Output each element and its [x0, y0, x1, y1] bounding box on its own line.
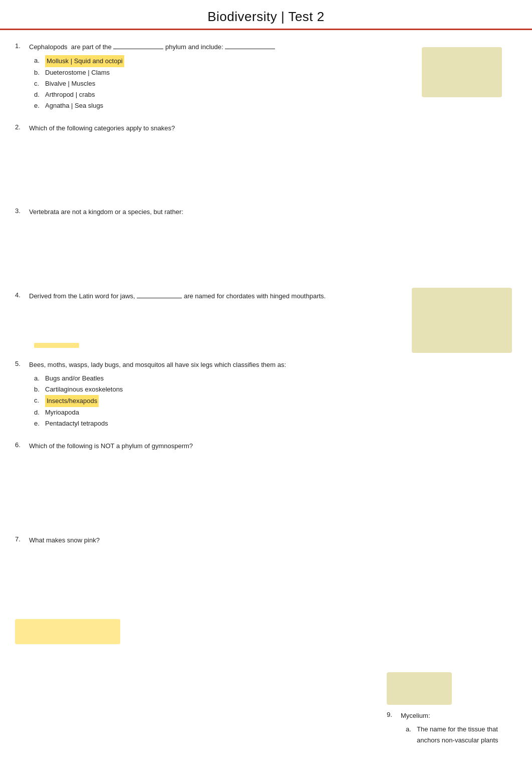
page-title: Biodiversity | Test 2 — [0, 0, 532, 30]
question-7: 7. What makes snow pink? — [15, 535, 397, 608]
right-column — [407, 42, 517, 652]
q9-a-text: The name for the tissue that anchors non… — [417, 724, 517, 746]
q3-answer-space — [15, 219, 397, 279]
q5-answer-b: b. Cartilaginous exoskeletons — [34, 384, 397, 395]
page: Biodiversity | Test 2 1. Cephalopods are… — [0, 0, 532, 780]
q1-text: Cephalopods are part of the phylum and i… — [29, 42, 275, 52]
q7-answer-space — [15, 547, 397, 607]
question-4: 4. Derived from the Latin word for jaws,… — [15, 291, 397, 348]
q5-d-text: Myrioapoda — [45, 407, 79, 418]
q4-answer-space — [15, 303, 397, 343]
q1-a-text: Mollusk | Squid and octopi — [45, 55, 124, 67]
bottom-left-highlight — [15, 619, 120, 644]
q5-c-text: Insects/hexapods — [45, 395, 99, 407]
q5-b-text: Cartilaginous exoskeletons — [45, 384, 123, 395]
q9-text: Mycelium: — [401, 711, 430, 721]
q1-answer-c: c. Bivalve | Muscles — [34, 78, 397, 89]
q5-answer-a: a. Bugs and/or Beatles — [34, 373, 397, 384]
q6-text: Which of the following is NOT a phylum o… — [29, 441, 193, 451]
q1-answer-list: a. Mollusk | Squid and octopi b. Duetero… — [34, 55, 397, 111]
q1-answer-b: b. Dueterostome | Clams — [34, 67, 397, 78]
q1-answer-d: d. Arthropod | crabs — [34, 89, 397, 100]
bs-left — [15, 672, 387, 758]
question-5: 5. Bees, moths, wasps, lady bugs, and mo… — [15, 360, 397, 429]
q9-answer-a: a. The name for the tissue that anchors … — [406, 724, 517, 746]
q2-text: Which of the following categories apply … — [29, 123, 175, 133]
q7-number: 7. — [15, 535, 26, 543]
q1-e-text: Agnatha | Sea slugs — [45, 100, 103, 111]
q5-answer-d: d. Myrioapoda — [34, 407, 397, 418]
bottom-right-image — [387, 672, 452, 705]
q1-number: 1. — [15, 42, 26, 50]
q5-answer-list: a. Bugs and/or Beatles b. Cartilaginous … — [34, 373, 397, 429]
q1-answer-e: e. Agnatha | Sea slugs — [34, 100, 397, 111]
question-9: 9. Mycelium: a. The name for the tissue … — [387, 711, 517, 746]
q4-blank — [137, 298, 182, 298]
q3-number: 3. — [15, 207, 26, 215]
q5-number: 5. — [15, 360, 26, 367]
question-6: 6. Which of the following is NOT a phylu… — [15, 441, 397, 523]
q1-b-text: Dueterostome | Clams — [45, 67, 110, 78]
q9-answer-list: a. The name for the tissue that anchors … — [406, 724, 517, 746]
q4-text: Derived from the Latin word for jaws, ar… — [29, 291, 326, 301]
q5-answer-e: e. Pentadactyl tetrapods — [34, 418, 397, 429]
q5-e-text: Pentadactyl tetrapods — [45, 418, 108, 429]
q3-text: Vertebrata are not a kingdom or a specie… — [29, 207, 183, 217]
q1-blank2 — [225, 49, 275, 49]
left-column: 1. Cephalopods are part of the phylum an… — [15, 42, 407, 652]
q4-highlight-bar — [34, 343, 79, 348]
mid-right-image — [412, 288, 512, 353]
q9-number: 9. — [387, 711, 398, 718]
q1-blank1 — [113, 49, 163, 49]
q1-answer-a: a. Mollusk | Squid and octopi — [34, 55, 397, 67]
q5-answer-c: c. Insects/hexapods — [34, 395, 397, 407]
q6-answer-space — [15, 453, 397, 523]
q4-number: 4. — [15, 291, 26, 299]
q2-number: 2. — [15, 123, 26, 131]
q7-text: What makes snow pink? — [29, 535, 100, 545]
bottom-section: 9. Mycelium: a. The name for the tissue … — [0, 662, 532, 768]
q6-number: 6. — [15, 441, 26, 449]
q2-answer-space — [15, 135, 397, 195]
q1-d-text: Arthropod | crabs — [45, 89, 95, 100]
bs-right: 9. Mycelium: a. The name for the tissue … — [387, 672, 517, 758]
q5-a-text: Bugs and/or Beatles — [45, 373, 104, 384]
q5-text: Bees, moths, wasps, lady bugs, and mosqu… — [29, 360, 286, 370]
top-right-image — [422, 47, 502, 97]
question-3: 3. Vertebrata are not a kingdom or a spe… — [15, 207, 397, 279]
question-2: 2. Which of the following categories app… — [15, 123, 397, 196]
question-1: 1. Cephalopods are part of the phylum an… — [15, 42, 397, 111]
q1-c-text: Bivalve | Muscles — [45, 78, 95, 89]
